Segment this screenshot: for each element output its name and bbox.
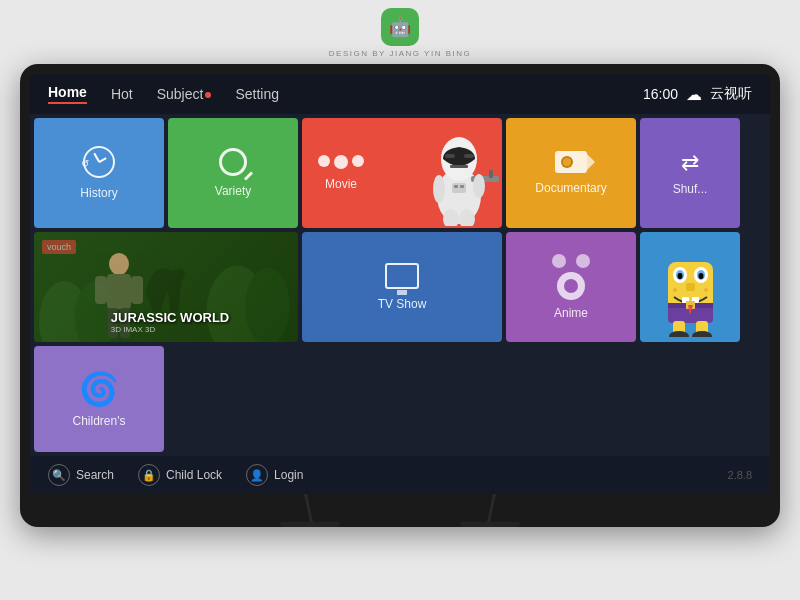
circle-3 [352, 155, 364, 167]
svg-point-42 [673, 288, 677, 292]
jurassic-title: JURASSIC WORLD [111, 310, 229, 325]
svg-rect-2 [445, 154, 455, 158]
variety-label: Variety [215, 184, 251, 198]
nav-setting[interactable]: Setting [235, 86, 279, 102]
tile-variety[interactable]: Variety [168, 118, 298, 228]
movie-label: Movie [325, 177, 357, 191]
tv-stand [30, 494, 770, 522]
tv-screen: Home Hot Subject Setting 16:00 ☁ 云视听 ↺ H… [30, 74, 770, 494]
svg-rect-12 [454, 185, 458, 188]
login-icon: 👤 [246, 464, 268, 486]
childlock-icon: 🔒 [138, 464, 160, 486]
svg-rect-32 [686, 283, 695, 291]
camera-lens [561, 156, 573, 168]
history-arrow: ↺ [81, 158, 89, 169]
tile-documentary[interactable]: Documentary [506, 118, 636, 228]
svg-point-40 [669, 331, 689, 337]
anime-face [557, 272, 585, 300]
version-text: 2.8.8 [728, 469, 752, 481]
logo-area: 🤖 DESIGN BY JIANG YIN BING [329, 0, 471, 64]
logo-icon: 🤖 [381, 8, 419, 46]
stand-foot-left [280, 522, 340, 527]
anime-inner [564, 279, 578, 293]
anime-ears [552, 254, 590, 268]
spongebob-svg [658, 237, 723, 337]
login-label: Login [274, 468, 303, 482]
svg-rect-6 [489, 170, 493, 178]
stand-leg-left [304, 494, 313, 522]
shuffle-icon: ⇄ [681, 150, 699, 176]
svg-point-43 [704, 288, 708, 292]
svg-point-7 [433, 175, 445, 203]
children-label: Children's [73, 414, 126, 428]
documentary-label: Documentary [535, 181, 606, 195]
login-button[interactable]: 👤 Login [246, 464, 303, 486]
shuffle-label: Shuf... [673, 182, 708, 196]
svg-rect-4 [450, 165, 468, 168]
history-label: History [80, 186, 117, 200]
jurassic-text: JURASSIC WORLD 3D IMAX 3D [34, 232, 298, 342]
tvshow-label: TV Show [378, 297, 427, 311]
jurassic-subtitle: 3D IMAX 3D [111, 325, 229, 334]
stand-feet [30, 522, 770, 527]
logo-subtitle: DESIGN BY JIANG YIN BING [329, 49, 471, 58]
stormtrooper-bg [382, 118, 502, 228]
tile-history[interactable]: ↺ History [34, 118, 164, 228]
search-label: Search [76, 468, 114, 482]
nav-home[interactable]: Home [48, 84, 87, 104]
bottom-bar: 🔍 Search 🔒 Child Lock 👤 Login 2.8.8 [30, 456, 770, 494]
subject-dot [205, 92, 211, 98]
svg-rect-13 [460, 185, 464, 188]
spiral-icon: 🌀 [79, 370, 119, 408]
anime-ear-right [576, 254, 590, 268]
nav-right: 16:00 ☁ 云视听 [643, 85, 752, 104]
nav-bar: Home Hot Subject Setting 16:00 ☁ 云视听 [30, 74, 770, 114]
stormtrooper-svg [417, 121, 502, 226]
doc-camera-icon [555, 151, 587, 173]
tile-shuffle[interactable]: ⇄ Shuf... [640, 118, 740, 228]
anime-ear-left [552, 254, 566, 268]
nav-subject[interactable]: Subject [157, 86, 212, 102]
svg-rect-11 [452, 183, 466, 193]
clock-time: 16:00 [643, 86, 678, 102]
svg-rect-3 [464, 154, 474, 158]
tile-tvshow[interactable]: TV Show [302, 232, 502, 342]
tile-movie[interactable]: Movie [302, 118, 502, 228]
tvshow-icon [385, 263, 419, 289]
stand-leg-right [487, 494, 496, 522]
svg-point-31 [698, 273, 703, 279]
screen-content: Home Hot Subject Setting 16:00 ☁ 云视听 ↺ H… [30, 74, 770, 494]
cloud-icon: ☁ [686, 85, 702, 104]
tile-anime[interactable]: Anime [506, 232, 636, 342]
brand-name: 云视听 [710, 85, 752, 103]
history-clock-icon: ↺ [83, 146, 115, 178]
movie-left-content: Movie [318, 155, 364, 191]
childlock-button[interactable]: 🔒 Child Lock [138, 464, 222, 486]
nav-hot[interactable]: Hot [111, 86, 133, 102]
search-button[interactable]: 🔍 Search [48, 464, 114, 486]
circle-2 [334, 155, 348, 169]
search-icon: 🔍 [48, 464, 70, 486]
svg-point-8 [473, 174, 485, 198]
tv-frame: Home Hot Subject Setting 16:00 ☁ 云视听 ↺ H… [20, 64, 780, 527]
tile-grid: ↺ History Variety [30, 114, 770, 456]
svg-point-30 [677, 273, 682, 279]
childlock-label: Child Lock [166, 468, 222, 482]
tile-jurassic[interactable]: vouch [34, 232, 298, 342]
tile-spongebob[interactable] [640, 232, 740, 342]
anime-label: Anime [554, 306, 588, 320]
svg-point-41 [692, 331, 712, 337]
tile-children[interactable]: 🌀 Children's [34, 346, 164, 452]
variety-search-icon [219, 148, 247, 176]
circle-1 [318, 155, 330, 167]
stand-foot-right [460, 522, 520, 527]
movie-icon [318, 155, 364, 169]
